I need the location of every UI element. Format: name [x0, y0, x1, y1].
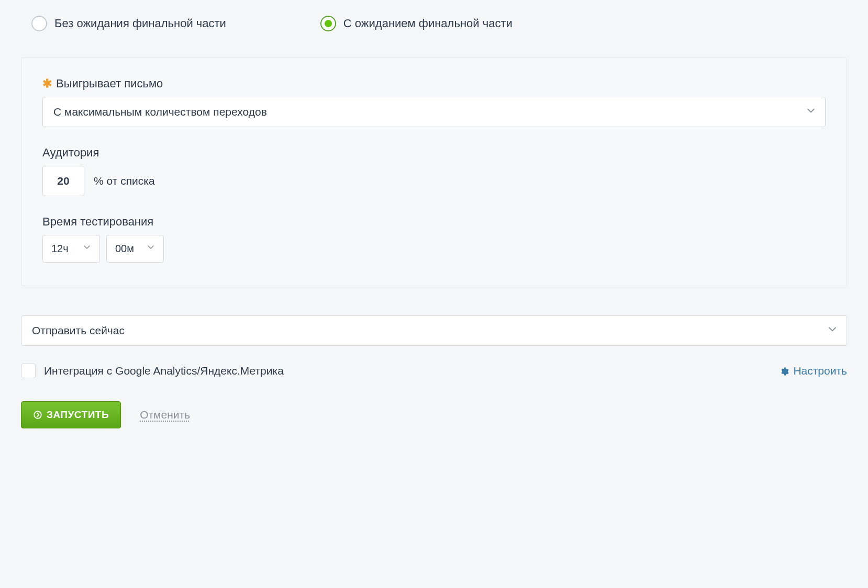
chevron-down-icon [807, 108, 815, 116]
cancel-link[interactable]: Отменить [140, 409, 190, 421]
audience-field: Аудитория % от списка [42, 146, 826, 196]
winner-select[interactable]: С максимальным количеством переходов [42, 97, 826, 127]
configure-label: Настроить [793, 365, 847, 377]
minutes-value: 00м [115, 243, 134, 255]
radio-icon [320, 16, 336, 31]
radio-no-wait[interactable]: Без ожидания финальной части [31, 16, 226, 31]
audience-label: Аудитория [42, 146, 99, 160]
integration-row: Интеграция с Google Analytics/Яндекс.Мет… [21, 364, 847, 378]
required-asterisk-icon: ✱ [42, 78, 52, 89]
svg-point-0 [34, 411, 41, 419]
hours-value: 12ч [51, 243, 69, 255]
configure-link[interactable]: Настроить [780, 365, 847, 377]
integration-checkbox[interactable] [21, 364, 36, 378]
test-time-label: Время тестирования [42, 215, 153, 229]
send-time-select[interactable]: Отправить сейчас [21, 315, 847, 346]
arrow-right-circle-icon [33, 410, 42, 420]
chevron-down-icon [84, 245, 91, 253]
launch-button[interactable]: ЗАПУСТИТЬ [21, 401, 121, 428]
action-row: ЗАПУСТИТЬ Отменить [21, 401, 847, 428]
test-time-field: Время тестирования 12ч 00м [42, 215, 826, 263]
integration-label: Интеграция с Google Analytics/Яндекс.Мет… [44, 365, 284, 377]
chevron-down-icon [829, 327, 836, 334]
audience-input[interactable] [42, 166, 84, 196]
winner-field: ✱ Выигрывает письмо С максимальным колич… [42, 77, 826, 127]
gear-icon [780, 366, 789, 376]
launch-label: ЗАПУСТИТЬ [47, 409, 109, 421]
chevron-down-icon [148, 245, 155, 253]
winner-label: Выигрывает письмо [56, 77, 163, 91]
radio-with-wait[interactable]: С ожиданием финальной части [320, 16, 513, 31]
radio-with-wait-label: С ожиданием финальной части [343, 17, 513, 30]
wait-mode-radio-group: Без ожидания финальной части С ожиданием… [21, 16, 847, 31]
radio-icon [31, 16, 47, 31]
test-settings-panel: ✱ Выигрывает письмо С максимальным колич… [21, 58, 847, 286]
hours-select[interactable]: 12ч [42, 235, 100, 263]
audience-suffix: % от списка [94, 175, 155, 187]
winner-select-value: С максимальным количеством переходов [53, 106, 267, 118]
minutes-select[interactable]: 00м [106, 235, 164, 263]
radio-no-wait-label: Без ожидания финальной части [54, 17, 226, 30]
send-time-value: Отправить сейчас [32, 324, 125, 337]
